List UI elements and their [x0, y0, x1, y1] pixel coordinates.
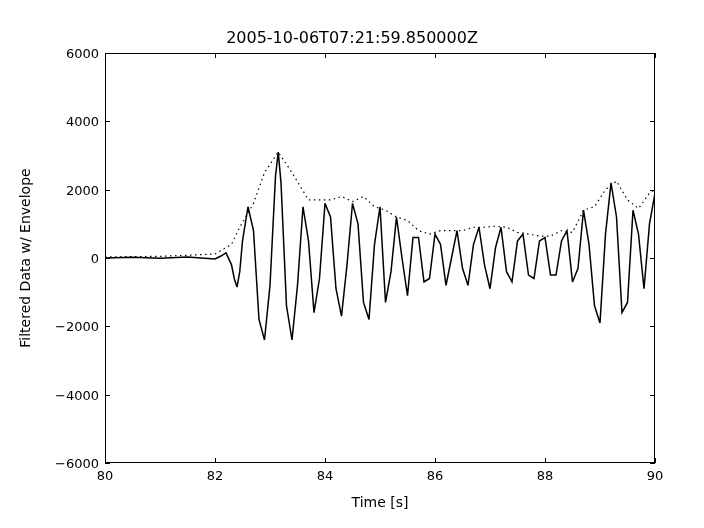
x-tick-label: 82 — [207, 468, 224, 483]
x-tick-label: 84 — [317, 468, 334, 483]
y-tick — [650, 190, 655, 191]
x-tick — [655, 53, 656, 58]
y-tick — [650, 326, 655, 327]
y-tick — [105, 395, 110, 396]
x-tick — [545, 53, 546, 58]
envelope-series — [105, 152, 655, 257]
y-tick — [650, 53, 655, 54]
x-tick-label: 86 — [427, 468, 444, 483]
x-tick — [655, 458, 656, 463]
x-tick-label: 90 — [647, 468, 664, 483]
y-tick-label: 4000 — [39, 114, 99, 129]
x-tick — [435, 458, 436, 463]
y-axis-label: Filtered Data w/ Envelope — [15, 53, 35, 463]
x-tick — [435, 53, 436, 58]
chart-title: 2005-10-06T07:21:59.850000Z — [0, 28, 704, 47]
y-tick — [105, 463, 110, 464]
y-tick — [105, 326, 110, 327]
y-tick — [105, 258, 110, 259]
y-tick — [650, 395, 655, 396]
x-tick — [325, 53, 326, 58]
x-tick-label: 80 — [97, 468, 114, 483]
x-tick — [215, 458, 216, 463]
y-tick — [105, 121, 110, 122]
x-tick — [545, 458, 546, 463]
y-tick — [650, 258, 655, 259]
y-tick-label: −2000 — [39, 319, 99, 334]
x-tick-label: 88 — [537, 468, 554, 483]
y-tick-label: 0 — [39, 251, 99, 266]
y-tick-label: 6000 — [39, 46, 99, 61]
y-tick — [105, 53, 110, 54]
y-tick-label: 2000 — [39, 182, 99, 197]
x-axis-label: Time [s] — [105, 494, 655, 510]
y-tick-label: −4000 — [39, 387, 99, 402]
data-lines — [105, 53, 655, 463]
x-tick — [215, 53, 216, 58]
x-tick — [325, 458, 326, 463]
y-tick — [650, 463, 655, 464]
y-tick-label: −6000 — [39, 456, 99, 471]
y-tick — [105, 190, 110, 191]
chart-container: 2005-10-06T07:21:59.850000Z Filtered Dat… — [0, 0, 704, 528]
y-tick — [650, 121, 655, 122]
filtered-series — [105, 152, 655, 340]
